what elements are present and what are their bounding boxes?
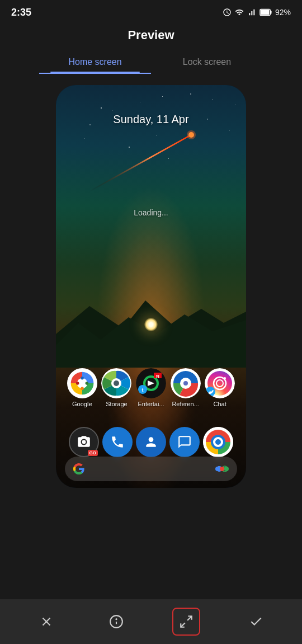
messages-icon [169, 427, 200, 457]
dock-row: GO [56, 427, 246, 457]
svg-point-5 [187, 130, 196, 139]
google-icon [67, 368, 97, 398]
confirm-button[interactable] [242, 608, 270, 636]
svg-point-36 [215, 439, 221, 445]
contacts-icon [136, 427, 166, 457]
svg-rect-2 [261, 10, 270, 15]
chrome-icon [203, 427, 233, 457]
storage-icon [101, 368, 131, 398]
signal-icon [247, 8, 256, 17]
battery-level: 92% [275, 8, 291, 17]
comet [89, 130, 213, 197]
sun-glow [144, 318, 158, 331]
svg-text:t: t [141, 387, 143, 393]
info-button[interactable] [102, 608, 130, 636]
entertainment-icon: N t [136, 368, 166, 398]
svg-point-13 [76, 382, 79, 385]
tab-home-screen[interactable]: Home screen [39, 51, 151, 74]
expand-icon [179, 614, 194, 629]
svg-point-26 [183, 381, 188, 386]
battery-icon [259, 8, 272, 16]
app-chat-label: Chat [204, 401, 236, 407]
svg-point-42 [215, 467, 220, 471]
dock-contacts[interactable] [136, 427, 166, 457]
go-badge: GO [88, 450, 98, 456]
check-icon [249, 614, 263, 629]
preview-wrapper: Sunday, 11 Apr Loading... [0, 85, 302, 488]
app-entertainment[interactable]: N t Entertai... [135, 368, 167, 407]
app-storage-label: Storage [100, 401, 133, 407]
info-icon [109, 614, 124, 629]
svg-point-44 [224, 467, 229, 471]
app-google[interactable]: Google [66, 368, 98, 407]
status-bar: 2:35 92% [0, 0, 302, 22]
svg-point-43 [220, 467, 224, 471]
expand-button[interactable] [172, 608, 200, 636]
page-title: Preview [128, 28, 174, 42]
tab-lock-screen[interactable]: Lock screen [151, 51, 263, 74]
google-dots [215, 462, 229, 476]
phone-frame: Sunday, 11 Apr Loading... [56, 85, 246, 488]
chat-icon [205, 368, 235, 398]
reference-icon [171, 368, 201, 398]
header: Preview [0, 22, 302, 51]
svg-point-12 [81, 387, 84, 390]
svg-text:N: N [156, 374, 159, 379]
svg-point-31 [224, 377, 226, 379]
app-reference[interactable]: Referen... [169, 368, 202, 407]
tabs-container: Home screen Lock screen [0, 51, 302, 74]
close-button[interactable] [32, 608, 60, 636]
status-icons: 92% [223, 8, 291, 17]
svg-line-3 [89, 135, 190, 191]
app-grid: Google [56, 368, 246, 415]
status-time: 2:35 [11, 7, 31, 18]
dock-camera[interactable]: GO [69, 427, 99, 457]
phone-date: Sunday, 11 Apr [56, 113, 246, 126]
bottom-toolbar [0, 599, 302, 644]
app-storage[interactable]: Storage [100, 368, 133, 407]
svg-point-16 [114, 380, 119, 386]
app-row-1: Google [65, 368, 237, 407]
alarm-icon [223, 8, 232, 17]
svg-line-51 [181, 623, 185, 627]
loading-text: Loading... [56, 208, 246, 217]
app-reference-label: Referen... [169, 401, 202, 407]
phone-icon [102, 427, 133, 457]
app-chat[interactable]: Chat [204, 368, 236, 407]
svg-point-11 [85, 382, 88, 385]
dock-chrome[interactable] [203, 427, 233, 457]
dock-phone[interactable] [102, 427, 133, 457]
svg-point-10 [81, 377, 84, 380]
search-bar[interactable] [65, 457, 237, 481]
close-icon [39, 614, 54, 629]
dock-messages[interactable] [169, 427, 200, 457]
wifi-icon [235, 8, 244, 17]
svg-rect-1 [270, 11, 271, 14]
app-google-label: Google [66, 401, 98, 407]
svg-line-50 [187, 616, 192, 621]
google-g-logo [73, 463, 85, 475]
app-entertainment-label: Entertai... [135, 401, 167, 407]
